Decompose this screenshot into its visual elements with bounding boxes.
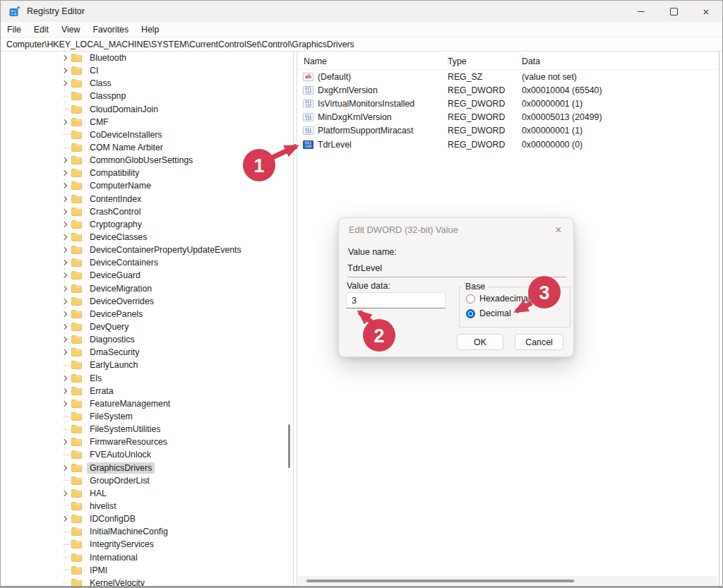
tree-item-featuremanagement[interactable]: FeatureManagement (1, 397, 292, 410)
value-row-isvirtualmonitorsinstalled[interactable]: 011110IsVirtualMonitorsInstalledREG_DWOR… (298, 97, 717, 110)
tree-item-ipmi[interactable]: IPMI (1, 564, 292, 577)
close-button[interactable]: × (690, 1, 722, 22)
value-row-tdrlevel[interactable]: 011110TdrLevelREG_DWORD0x00000000 (0) (298, 138, 717, 151)
tree-item-dmasecurity[interactable]: DmaSecurity (1, 346, 292, 359)
chevron-right-icon[interactable] (60, 220, 69, 229)
tree-item-errata[interactable]: Errata (1, 385, 292, 397)
tree-item-cryptography[interactable]: Cryptography (1, 218, 292, 231)
tree-item-deviceclasses[interactable]: DeviceClasses (1, 231, 292, 244)
chevron-right-icon[interactable] (60, 232, 69, 242)
column-header-data[interactable]: Data (522, 56, 717, 66)
tree-item-firmwareresources[interactable]: FirmwareResources (1, 436, 292, 448)
chevron-right-icon[interactable] (60, 335, 69, 344)
tree-item-commonglobusersettings[interactable]: CommonGlobUserSettings (1, 154, 292, 167)
value-row-mindxgkrnlversion[interactable]: 011110MinDxgKrnlVersionREG_DWORD0x000050… (298, 111, 717, 124)
chevron-right-icon[interactable] (60, 53, 69, 63)
tree-item-ci[interactable]: CI (1, 64, 292, 77)
tree-item-devquery[interactable]: DevQuery (1, 320, 292, 333)
value-row-dxgkrnlversion[interactable]: 011110DxgKrnlVersionREG_DWORD0x00010004 … (298, 83, 717, 97)
menu-file[interactable]: File (7, 25, 21, 35)
chevron-right-icon[interactable] (60, 207, 69, 217)
tree-item-international[interactable]: International (1, 551, 292, 563)
radio-hexadecimal[interactable]: Hexadecimal (466, 294, 530, 304)
menu-edit[interactable]: Edit (34, 25, 49, 35)
chevron-right-icon[interactable] (60, 284, 69, 294)
tree-item-devicecontainerpropertyupdateevents[interactable]: DeviceContainerPropertyUpdateEvents (1, 244, 292, 256)
chevron-right-icon[interactable] (60, 309, 69, 319)
tree-item-devicecontainers[interactable]: DeviceContainers (1, 256, 292, 269)
tree-item-kernelvelocity[interactable]: KernelVelocity (1, 577, 292, 586)
chevron-right-icon[interactable] (60, 399, 69, 409)
chevron-right-icon[interactable] (60, 296, 69, 306)
chevron-right-icon[interactable] (60, 322, 69, 332)
tree-item-cmf[interactable]: CMF (1, 116, 292, 128)
tree-item-class[interactable]: Class (1, 77, 292, 90)
column-separator[interactable] (522, 54, 522, 66)
tree-item-hivelist[interactable]: hivelist (1, 500, 292, 512)
ok-button[interactable]: OK (457, 334, 503, 350)
tree-item-devicemigration[interactable]: DeviceMigration (1, 282, 292, 295)
tree-item-hal[interactable]: HAL (1, 487, 292, 500)
menu-favorites[interactable]: Favorites (92, 25, 129, 35)
maximize-button[interactable] (657, 1, 690, 22)
chevron-right-icon[interactable] (60, 437, 69, 447)
chevron-right-icon[interactable] (60, 78, 69, 88)
address-bar[interactable]: Computer\HKEY_LOCAL_MACHINE\SYSTEM\Curre… (1, 37, 722, 52)
tree-item-codeviceinstallers[interactable]: CoDeviceInstallers (1, 128, 292, 141)
chevron-right-icon[interactable] (60, 181, 69, 191)
tree-item-deviceguard[interactable]: DeviceGuard (1, 269, 292, 282)
tree-item-classpnp[interactable]: Classpnp (1, 90, 292, 102)
chevron-right-icon[interactable] (60, 386, 69, 396)
tree-item-com-name-arbiter[interactable]: COM Name Arbiter (1, 141, 292, 154)
chevron-right-icon[interactable] (60, 373, 69, 383)
tree-item-computername[interactable]: ComputerName (1, 179, 292, 192)
right-scrollbar-track[interactable] (719, 52, 719, 586)
tree-item-grouporderlist[interactable]: GroupOrderList (1, 474, 292, 487)
horizontal-scrollbar-thumb[interactable] (306, 580, 574, 582)
chevron-right-icon[interactable] (60, 194, 69, 204)
value-name-field[interactable]: TdrLevel (347, 259, 567, 277)
column-header-type[interactable]: Type (448, 56, 522, 66)
tree-item-compatibility[interactable]: Compatibility (1, 167, 292, 179)
value-row--default-[interactable]: ab(Default)REG_SZ(value not set) (298, 70, 717, 83)
tree-item-diagnostics[interactable]: Diagnostics (1, 333, 292, 346)
tree-item-graphicsdrivers[interactable]: GraphicsDrivers (1, 462, 292, 474)
pane-divider[interactable] (293, 52, 294, 586)
chevron-right-icon[interactable] (60, 270, 69, 280)
value-row-platformsupportmiracast[interactable]: 011110PlatformSupportMiracastREG_DWORD0x… (298, 124, 717, 138)
chevron-right-icon[interactable] (60, 514, 69, 524)
tree-scrollbar-thumb[interactable] (288, 424, 290, 468)
column-header-name[interactable]: Name (298, 56, 448, 66)
tree-item-devicepanels[interactable]: DevicePanels (1, 308, 292, 320)
tree-item-integrityservices[interactable]: IntegrityServices (1, 538, 292, 551)
chevron-right-icon[interactable] (60, 155, 69, 165)
tree-item-clouddomainjoin[interactable]: CloudDomainJoin (1, 103, 292, 116)
tree-item-deviceoverrides[interactable]: DeviceOverrides (1, 295, 292, 308)
chevron-right-icon[interactable] (60, 245, 69, 255)
chevron-right-icon[interactable] (60, 347, 69, 357)
chevron-right-icon[interactable] (60, 463, 69, 473)
tree-item-els[interactable]: Els (1, 372, 292, 385)
column-separator[interactable] (448, 54, 448, 66)
minimize-button[interactable] (625, 1, 657, 22)
tree-item-earlylaunch[interactable]: EarlyLaunch (1, 359, 292, 371)
tree-item-fveautounlock[interactable]: FVEAutoUnlock (1, 448, 292, 461)
chevron-right-icon[interactable] (60, 168, 69, 178)
menu-view[interactable]: View (61, 25, 80, 35)
menu-help[interactable]: Help (141, 25, 159, 35)
radio-decimal[interactable]: Decimal (466, 308, 511, 318)
tree-item-contentindex[interactable]: ContentIndex (1, 193, 292, 205)
chevron-right-icon[interactable] (60, 117, 69, 127)
tree-item-bluetooth[interactable]: Bluetooth (1, 52, 292, 64)
value-data-input[interactable]: 3 (346, 292, 446, 308)
chevron-right-icon[interactable] (60, 488, 69, 498)
tree-item-initialmachineconfig[interactable]: InitialMachineConfig (1, 525, 292, 538)
tree-item-crashcontrol[interactable]: CrashControl (1, 205, 292, 218)
dialog-close-button[interactable]: × (550, 222, 567, 239)
chevron-right-icon[interactable] (60, 258, 69, 268)
horizontal-scrollbar[interactable] (298, 576, 717, 585)
tree-item-filesystem[interactable]: FileSystem (1, 410, 292, 423)
tree-item-idconfigdb[interactable]: IDConfigDB (1, 512, 292, 525)
tree-item-filesystemutilities[interactable]: FileSystemUtilities (1, 423, 292, 436)
cancel-button[interactable]: Cancel (515, 334, 563, 350)
